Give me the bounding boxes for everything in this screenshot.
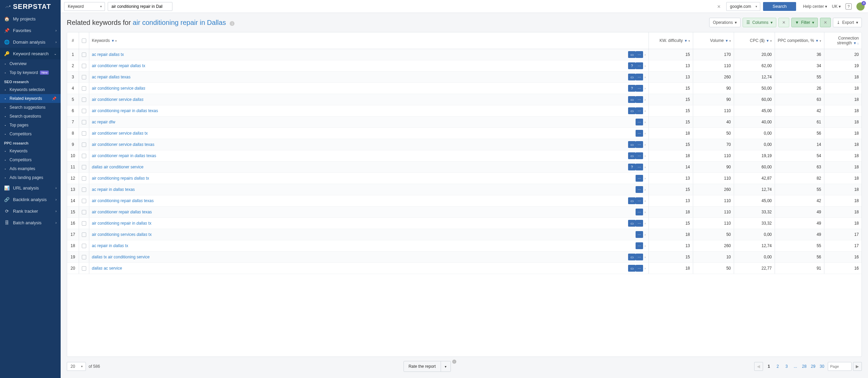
engine-select[interactable]: google.com xyxy=(726,2,760,11)
filter-reset-button[interactable]: ✕ xyxy=(820,18,831,27)
filter-icon[interactable]: ▼ xyxy=(111,39,115,43)
more-icon[interactable]: ⋯ xyxy=(636,74,643,80)
filter-icon[interactable]: ▼ xyxy=(853,41,857,45)
expand-icon[interactable]: › xyxy=(644,98,645,102)
checkbox[interactable] xyxy=(82,154,86,158)
nav-backlink-analysis[interactable]: 🔗Backlink analysis› xyxy=(0,194,61,205)
search-mode-select[interactable]: Keyword xyxy=(64,2,105,11)
page-number[interactable]: 1 xyxy=(764,362,773,371)
sort-icon[interactable]: ▾ xyxy=(729,39,731,43)
expand-icon[interactable]: › xyxy=(644,120,645,124)
nav-favorites[interactable]: 📌Favorites› xyxy=(0,25,61,36)
more-icon[interactable]: ⋯ xyxy=(636,231,643,238)
filter-icon[interactable]: ▼ xyxy=(725,39,729,43)
expand-icon[interactable]: › xyxy=(644,210,645,214)
nav-competitors-ppc[interactable]: Competitors xyxy=(0,155,61,164)
checkbox[interactable] xyxy=(82,86,86,91)
expand-icon[interactable]: › xyxy=(644,222,645,225)
more-icon[interactable]: ⋯ xyxy=(636,85,643,92)
columns-button[interactable]: ☰Columns ▾ xyxy=(743,18,776,27)
keyword-link[interactable]: air conditioner repair in dallas texas xyxy=(92,153,156,158)
expand-icon[interactable]: › xyxy=(644,233,645,237)
cell-check[interactable] xyxy=(79,218,89,229)
nav-search-suggestions[interactable]: Search suggestions xyxy=(0,103,61,112)
keyword-link[interactable]: ac repair dallas texas xyxy=(92,75,131,79)
cell-check[interactable] xyxy=(79,173,89,184)
keyword-link[interactable]: air conditioning repair in dallas tx xyxy=(92,221,152,226)
checkbox[interactable] xyxy=(82,131,86,136)
checkbox[interactable] xyxy=(82,120,86,124)
nav-keywords-selection[interactable]: Keywords selection xyxy=(0,85,61,94)
nav-keywords-ppc[interactable]: Keywords xyxy=(0,147,61,155)
page-prev[interactable]: ◀ xyxy=(754,362,763,371)
sort-icon[interactable]: ▾ xyxy=(688,39,690,43)
cell-check[interactable] xyxy=(79,229,89,240)
nav-related-keywords[interactable]: Related keywords📌 xyxy=(0,94,61,103)
more-icon[interactable]: ⋯ xyxy=(636,107,643,114)
serp-features-icon[interactable]: ▭ xyxy=(628,152,636,159)
expand-icon[interactable]: › xyxy=(644,188,645,192)
cell-check[interactable] xyxy=(79,195,89,207)
clear-icon[interactable]: ✕ xyxy=(717,4,721,9)
keyword-link[interactable]: air conditioning service dallas xyxy=(92,86,146,91)
col-header-ppc[interactable]: PPC competition, %▼▾ xyxy=(775,32,824,49)
cell-check[interactable] xyxy=(79,162,89,173)
more-icon[interactable]: ⋯ xyxy=(636,51,643,58)
expand-icon[interactable]: › xyxy=(644,87,645,90)
expand-icon[interactable]: › xyxy=(644,154,645,158)
cell-check[interactable] xyxy=(79,139,89,150)
expand-icon[interactable]: › xyxy=(644,143,645,147)
filter-icon[interactable]: ▼ xyxy=(766,39,770,43)
expand-icon[interactable]: › xyxy=(644,165,645,169)
columns-reset-button[interactable]: ✕ xyxy=(778,18,789,27)
more-icon[interactable]: ⋯ xyxy=(636,62,643,69)
expand-icon[interactable]: › xyxy=(644,267,645,270)
nav-top-by-keyword[interactable]: Top by keywordNew xyxy=(0,68,61,77)
keyword-link[interactable]: air conditioning repair in dallas texas xyxy=(92,108,158,113)
filter-icon[interactable]: ▼ xyxy=(684,39,688,43)
keyword-link[interactable]: ac repair in dallas texas xyxy=(92,187,135,192)
expand-icon[interactable]: › xyxy=(644,244,645,248)
expand-icon[interactable]: › xyxy=(644,255,645,259)
checkbox[interactable] xyxy=(82,244,86,248)
serp-features-icon[interactable]: ▭ xyxy=(628,96,636,103)
more-icon[interactable]: ⋯ xyxy=(636,96,643,103)
cell-check[interactable] xyxy=(79,105,89,117)
expand-icon[interactable]: › xyxy=(644,132,645,135)
keyword-link[interactable]: air conditioner service dallas texas xyxy=(92,142,154,147)
keyword-link[interactable]: air conditioner repair dallas texas xyxy=(92,210,152,214)
checkbox[interactable] xyxy=(82,64,86,68)
rate-report-button[interactable]: Rate the report ▾ xyxy=(403,361,451,372)
export-button[interactable]: ⤓Export ▾ xyxy=(833,18,862,27)
more-icon[interactable]: ⋯ xyxy=(636,186,643,193)
more-icon[interactable]: ⋯ xyxy=(636,265,643,272)
cell-check[interactable] xyxy=(79,128,89,139)
more-icon[interactable]: ⋯ xyxy=(636,175,643,182)
nav-domain-analysis[interactable]: 🌐Domain analysis› xyxy=(0,36,61,48)
cell-check[interactable] xyxy=(79,263,89,274)
expand-icon[interactable]: › xyxy=(644,199,645,203)
sort-icon[interactable]: ▾ xyxy=(820,39,821,43)
keyword-link[interactable]: ac repair dallas tx xyxy=(92,52,124,57)
keyword-link[interactable]: ac repair in dallas tx xyxy=(92,243,128,248)
checkbox[interactable] xyxy=(82,176,86,181)
nav-competitors-seo[interactable]: Competitors xyxy=(0,130,61,138)
nav-batch-analysis[interactable]: 🗄Batch analysis› xyxy=(0,217,61,228)
keyword-link[interactable]: dallas air conditioner service xyxy=(92,165,143,169)
keyword-link[interactable]: air conditioner service dallas tx xyxy=(92,131,148,136)
serp-features-icon[interactable]: ▭ xyxy=(628,197,636,204)
keyword-link[interactable]: air conditioning repair dallas texas xyxy=(92,198,154,203)
nav-ads-examples[interactable]: Ads examples xyxy=(0,164,61,173)
sort-icon[interactable]: ▾ xyxy=(115,39,117,43)
expand-icon[interactable]: › xyxy=(644,177,645,180)
serp-features-icon[interactable]: ▭ xyxy=(628,74,636,80)
serp-features-icon[interactable]: ▭ xyxy=(628,141,636,148)
cell-check[interactable] xyxy=(79,252,89,263)
checkbox[interactable] xyxy=(82,210,86,214)
expand-icon[interactable]: › xyxy=(644,53,645,57)
avatar[interactable]: 4 xyxy=(856,2,865,11)
expand-icon[interactable]: › xyxy=(644,64,645,68)
checkbox[interactable] xyxy=(82,165,86,169)
nav-top-pages[interactable]: Top pages xyxy=(0,121,61,130)
serp-features-icon[interactable]: ▭ xyxy=(628,265,636,272)
